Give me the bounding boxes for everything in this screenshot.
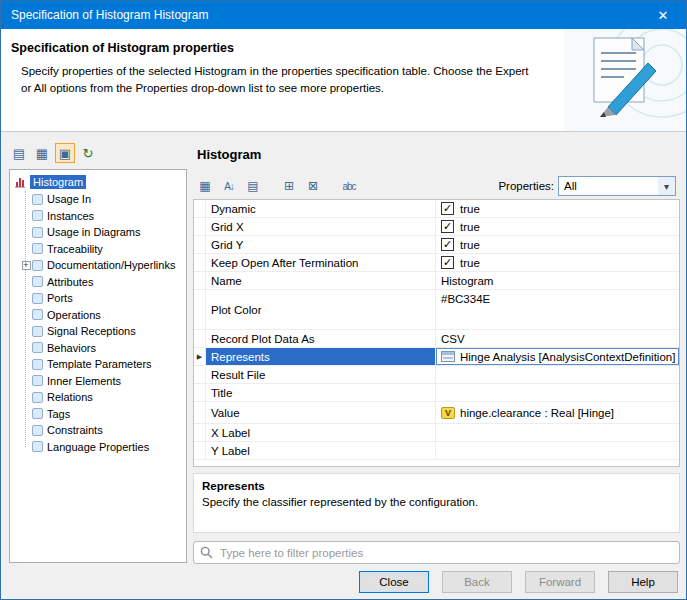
property-row-represents: ▶ Represents Hinge Analysis [AnalysisCon…	[194, 348, 679, 366]
properties-toolbar: ▦ A↓ ▤ ⊞ ⊠ abc Properties: All ▾	[193, 173, 680, 199]
property-row-grid-y: Grid Y ✓true	[194, 236, 679, 254]
tree-item-template-parameters[interactable]: Template Parameters	[12, 356, 184, 373]
tree-item-icon	[32, 425, 43, 436]
window-title: Specification of Histogram Histogram	[1, 8, 208, 22]
back-button[interactable]: Back	[442, 571, 512, 593]
tree-item-icon	[32, 194, 43, 205]
properties-dropdown-value: All	[564, 180, 577, 192]
property-row-title: Title	[194, 384, 679, 402]
specification-dialog: Specification of Histogram Histogram ✕ S…	[0, 0, 687, 600]
navigation-tree: Histogram Usage In Instances Usage in Di…	[9, 169, 187, 563]
refresh-icon[interactable]: ↻	[78, 143, 98, 163]
spelling-icon[interactable]: abc	[339, 176, 359, 196]
compact-view-icon[interactable]: ▣	[55, 143, 75, 163]
dialog-header: Specification of Histogram properties Sp…	[1, 29, 686, 132]
tree-item-language-properties[interactable]: Language Properties	[12, 439, 184, 456]
property-row-name: Name Histogram	[194, 272, 679, 290]
close-icon[interactable]: ✕	[640, 1, 686, 29]
checkbox-checked-icon[interactable]: ✓	[441, 202, 454, 215]
tree-toolbar: ▤ ▦ ▣ ↻	[9, 141, 187, 165]
tree-root-label: Histogram	[30, 175, 86, 189]
filter-box	[193, 541, 680, 564]
expand-icon[interactable]: +	[22, 261, 31, 270]
tree-item-icon	[32, 375, 43, 386]
property-row-plot-color: Plot Color #BC334E	[194, 290, 679, 330]
title-bar: Specification of Histogram Histogram ✕	[1, 1, 686, 29]
tree-item-icon	[32, 359, 43, 370]
search-icon	[200, 546, 213, 559]
remove-property-icon[interactable]: ⊠	[303, 176, 323, 196]
analysis-context-icon	[441, 351, 455, 362]
tree-item-relations[interactable]: Relations	[12, 389, 184, 406]
checkbox-checked-icon[interactable]: ✓	[441, 256, 454, 269]
property-row-record-plot-data-as: Record Plot Data As CSV	[194, 330, 679, 348]
help-button[interactable]: Help	[608, 571, 678, 593]
property-row-value: Value Vhinge.clearance : Real [Hinge]	[194, 402, 679, 424]
header-description: Specify properties of the selected Histo…	[21, 63, 541, 96]
tree-item-ports[interactable]: Ports	[12, 290, 184, 307]
tree-item-behaviors[interactable]: Behaviors	[12, 340, 184, 357]
tree-item-icon	[32, 210, 43, 221]
table-view-icon[interactable]: ▤	[9, 143, 29, 163]
value-property-icon: V	[441, 407, 455, 419]
properties-label: Properties:	[498, 180, 554, 192]
property-description-panel: Represents Specify the classifier repres…	[193, 473, 680, 533]
row-marker-icon: ▶	[194, 348, 206, 365]
document-pencil-art	[564, 29, 686, 131]
tree-root-histogram[interactable]: Histogram	[12, 173, 184, 191]
tree-view-icon[interactable]: ▦	[32, 143, 52, 163]
tree-item-icon	[32, 408, 43, 419]
header-title: Specification of Histogram properties	[11, 41, 234, 55]
show-description-icon[interactable]: ▤	[243, 176, 263, 196]
tree-item-icon	[32, 392, 43, 403]
property-row-grid-x: Grid X ✓true	[194, 218, 679, 236]
dialog-footer: Close Back Forward Help	[359, 571, 678, 593]
tree-item-instances[interactable]: Instances	[12, 208, 184, 225]
categorized-view-icon[interactable]: ▦	[195, 176, 215, 196]
histogram-icon	[14, 176, 26, 188]
tree-item-usage-in[interactable]: Usage In	[12, 191, 184, 208]
tree-item-tags[interactable]: Tags	[12, 406, 184, 423]
description-title: Represents	[202, 480, 671, 492]
properties-table: Dynamic ✓true Grid X ✓true Grid Y ✓true …	[193, 199, 680, 467]
tree-item-icon	[32, 309, 43, 320]
tree-item-traceability[interactable]: Traceability	[12, 241, 184, 258]
property-row-result-file: Result File	[194, 366, 679, 384]
tree-item-inner-elements[interactable]: Inner Elements	[12, 373, 184, 390]
tree-item-icon	[32, 293, 43, 304]
tree-item-operations[interactable]: Operations	[12, 307, 184, 324]
tree-item-icon	[32, 441, 43, 452]
tree-item-icon	[32, 260, 43, 271]
chevron-down-icon: ▾	[658, 177, 675, 195]
filter-input[interactable]	[218, 546, 673, 560]
sort-alphabetically-icon[interactable]: A↓	[219, 176, 239, 196]
checkbox-checked-icon[interactable]: ✓	[441, 220, 454, 233]
property-row-keep-open-after-termination: Keep Open After Termination ✓true	[194, 254, 679, 272]
add-property-icon[interactable]: ⊞	[279, 176, 299, 196]
tree-item-icon	[32, 342, 43, 353]
properties-dropdown[interactable]: All ▾	[558, 176, 676, 196]
close-button[interactable]: Close	[359, 571, 429, 593]
checkbox-checked-icon[interactable]: ✓	[441, 238, 454, 251]
tree-item-icon	[32, 326, 43, 337]
forward-button[interactable]: Forward	[525, 571, 595, 593]
tree-item-icon	[32, 276, 43, 287]
property-row-x-label: X Label	[194, 424, 679, 442]
tree-item-icon	[32, 227, 43, 238]
panel-title: Histogram	[197, 147, 261, 162]
tree-item-icon	[32, 243, 43, 254]
description-text: Specify the classifier represented by th…	[202, 496, 671, 508]
tree-item-documentation-hyperlinks[interactable]: +Documentation/Hyperlinks	[12, 257, 184, 274]
tree-item-attributes[interactable]: Attributes	[12, 274, 184, 291]
tree-item-signal-receptions[interactable]: Signal Receptions	[12, 323, 184, 340]
tree-item-usage-in-diagrams[interactable]: Usage in Diagrams	[12, 224, 184, 241]
property-row-y-label: Y Label	[194, 442, 679, 460]
property-row-dynamic: Dynamic ✓true	[194, 200, 679, 218]
tree-item-constraints[interactable]: Constraints	[12, 422, 184, 439]
